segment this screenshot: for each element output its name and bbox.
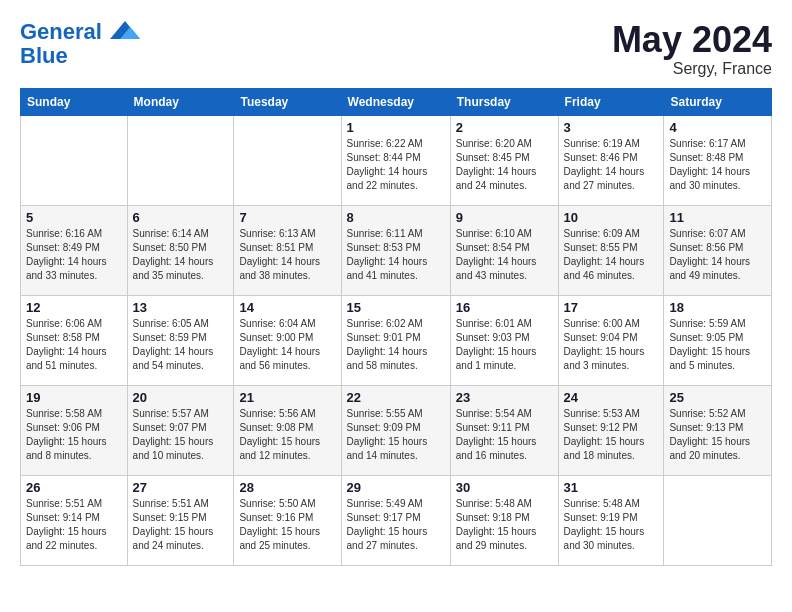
day-number: 16	[456, 300, 553, 315]
calendar-cell: 26Sunrise: 5:51 AMSunset: 9:14 PMDayligh…	[21, 475, 128, 565]
day-number: 2	[456, 120, 553, 135]
day-info: Sunrise: 6:02 AMSunset: 9:01 PMDaylight:…	[347, 317, 445, 373]
month-title: May 2024	[612, 20, 772, 60]
weekday-header-thursday: Thursday	[450, 88, 558, 115]
day-info: Sunrise: 5:59 AMSunset: 9:05 PMDaylight:…	[669, 317, 766, 373]
weekday-header-wednesday: Wednesday	[341, 88, 450, 115]
calendar-cell: 15Sunrise: 6:02 AMSunset: 9:01 PMDayligh…	[341, 295, 450, 385]
day-number: 30	[456, 480, 553, 495]
day-info: Sunrise: 6:20 AMSunset: 8:45 PMDaylight:…	[456, 137, 553, 193]
calendar-week-row: 12Sunrise: 6:06 AMSunset: 8:58 PMDayligh…	[21, 295, 772, 385]
calendar-week-row: 19Sunrise: 5:58 AMSunset: 9:06 PMDayligh…	[21, 385, 772, 475]
calendar-cell: 14Sunrise: 6:04 AMSunset: 9:00 PMDayligh…	[234, 295, 341, 385]
logo: General Blue	[20, 20, 140, 68]
day-number: 14	[239, 300, 335, 315]
logo-icon	[110, 21, 140, 39]
day-number: 25	[669, 390, 766, 405]
calendar-cell	[664, 475, 772, 565]
day-number: 22	[347, 390, 445, 405]
day-info: Sunrise: 6:10 AMSunset: 8:54 PMDaylight:…	[456, 227, 553, 283]
day-info: Sunrise: 6:11 AMSunset: 8:53 PMDaylight:…	[347, 227, 445, 283]
weekday-header-row: SundayMondayTuesdayWednesdayThursdayFrid…	[21, 88, 772, 115]
calendar-cell: 25Sunrise: 5:52 AMSunset: 9:13 PMDayligh…	[664, 385, 772, 475]
day-info: Sunrise: 6:09 AMSunset: 8:55 PMDaylight:…	[564, 227, 659, 283]
calendar-cell: 31Sunrise: 5:48 AMSunset: 9:19 PMDayligh…	[558, 475, 664, 565]
calendar-cell: 6Sunrise: 6:14 AMSunset: 8:50 PMDaylight…	[127, 205, 234, 295]
calendar-cell: 29Sunrise: 5:49 AMSunset: 9:17 PMDayligh…	[341, 475, 450, 565]
day-number: 18	[669, 300, 766, 315]
calendar-cell: 30Sunrise: 5:48 AMSunset: 9:18 PMDayligh…	[450, 475, 558, 565]
calendar-cell: 8Sunrise: 6:11 AMSunset: 8:53 PMDaylight…	[341, 205, 450, 295]
calendar-cell: 17Sunrise: 6:00 AMSunset: 9:04 PMDayligh…	[558, 295, 664, 385]
day-info: Sunrise: 5:52 AMSunset: 9:13 PMDaylight:…	[669, 407, 766, 463]
day-info: Sunrise: 6:16 AMSunset: 8:49 PMDaylight:…	[26, 227, 122, 283]
calendar-week-row: 26Sunrise: 5:51 AMSunset: 9:14 PMDayligh…	[21, 475, 772, 565]
day-info: Sunrise: 5:51 AMSunset: 9:14 PMDaylight:…	[26, 497, 122, 553]
calendar-cell: 18Sunrise: 5:59 AMSunset: 9:05 PMDayligh…	[664, 295, 772, 385]
logo-blue: Blue	[20, 43, 68, 68]
day-info: Sunrise: 5:57 AMSunset: 9:07 PMDaylight:…	[133, 407, 229, 463]
day-info: Sunrise: 5:56 AMSunset: 9:08 PMDaylight:…	[239, 407, 335, 463]
day-number: 29	[347, 480, 445, 495]
day-info: Sunrise: 6:01 AMSunset: 9:03 PMDaylight:…	[456, 317, 553, 373]
day-info: Sunrise: 5:53 AMSunset: 9:12 PMDaylight:…	[564, 407, 659, 463]
day-info: Sunrise: 6:14 AMSunset: 8:50 PMDaylight:…	[133, 227, 229, 283]
day-info: Sunrise: 5:55 AMSunset: 9:09 PMDaylight:…	[347, 407, 445, 463]
day-number: 23	[456, 390, 553, 405]
day-info: Sunrise: 5:58 AMSunset: 9:06 PMDaylight:…	[26, 407, 122, 463]
calendar-cell: 19Sunrise: 5:58 AMSunset: 9:06 PMDayligh…	[21, 385, 128, 475]
calendar-cell: 16Sunrise: 6:01 AMSunset: 9:03 PMDayligh…	[450, 295, 558, 385]
calendar-cell: 21Sunrise: 5:56 AMSunset: 9:08 PMDayligh…	[234, 385, 341, 475]
weekday-header-saturday: Saturday	[664, 88, 772, 115]
weekday-header-monday: Monday	[127, 88, 234, 115]
calendar-body: 1Sunrise: 6:22 AMSunset: 8:44 PMDaylight…	[21, 115, 772, 565]
calendar-week-row: 1Sunrise: 6:22 AMSunset: 8:44 PMDaylight…	[21, 115, 772, 205]
day-number: 20	[133, 390, 229, 405]
calendar-cell: 28Sunrise: 5:50 AMSunset: 9:16 PMDayligh…	[234, 475, 341, 565]
day-number: 21	[239, 390, 335, 405]
day-info: Sunrise: 5:50 AMSunset: 9:16 PMDaylight:…	[239, 497, 335, 553]
calendar-cell: 20Sunrise: 5:57 AMSunset: 9:07 PMDayligh…	[127, 385, 234, 475]
calendar-week-row: 5Sunrise: 6:16 AMSunset: 8:49 PMDaylight…	[21, 205, 772, 295]
weekday-header-sunday: Sunday	[21, 88, 128, 115]
day-number: 7	[239, 210, 335, 225]
day-info: Sunrise: 6:17 AMSunset: 8:48 PMDaylight:…	[669, 137, 766, 193]
page-header: General Blue May 2024 Sergy, France	[20, 20, 772, 78]
day-number: 9	[456, 210, 553, 225]
day-number: 5	[26, 210, 122, 225]
day-number: 28	[239, 480, 335, 495]
calendar-cell: 4Sunrise: 6:17 AMSunset: 8:48 PMDaylight…	[664, 115, 772, 205]
calendar-cell: 3Sunrise: 6:19 AMSunset: 8:46 PMDaylight…	[558, 115, 664, 205]
calendar-cell	[234, 115, 341, 205]
calendar-cell: 22Sunrise: 5:55 AMSunset: 9:09 PMDayligh…	[341, 385, 450, 475]
calendar-cell: 13Sunrise: 6:05 AMSunset: 8:59 PMDayligh…	[127, 295, 234, 385]
day-number: 19	[26, 390, 122, 405]
calendar-cell	[127, 115, 234, 205]
day-number: 31	[564, 480, 659, 495]
day-info: Sunrise: 5:51 AMSunset: 9:15 PMDaylight:…	[133, 497, 229, 553]
calendar-cell: 7Sunrise: 6:13 AMSunset: 8:51 PMDaylight…	[234, 205, 341, 295]
logo-text: General	[20, 20, 140, 44]
calendar-cell: 11Sunrise: 6:07 AMSunset: 8:56 PMDayligh…	[664, 205, 772, 295]
calendar-cell: 27Sunrise: 5:51 AMSunset: 9:15 PMDayligh…	[127, 475, 234, 565]
day-info: Sunrise: 5:48 AMSunset: 9:18 PMDaylight:…	[456, 497, 553, 553]
day-info: Sunrise: 5:49 AMSunset: 9:17 PMDaylight:…	[347, 497, 445, 553]
day-info: Sunrise: 6:07 AMSunset: 8:56 PMDaylight:…	[669, 227, 766, 283]
day-number: 3	[564, 120, 659, 135]
day-info: Sunrise: 5:54 AMSunset: 9:11 PMDaylight:…	[456, 407, 553, 463]
day-info: Sunrise: 6:05 AMSunset: 8:59 PMDaylight:…	[133, 317, 229, 373]
day-number: 27	[133, 480, 229, 495]
day-number: 4	[669, 120, 766, 135]
title-area: May 2024 Sergy, France	[612, 20, 772, 78]
day-number: 13	[133, 300, 229, 315]
day-info: Sunrise: 6:13 AMSunset: 8:51 PMDaylight:…	[239, 227, 335, 283]
calendar-cell: 23Sunrise: 5:54 AMSunset: 9:11 PMDayligh…	[450, 385, 558, 475]
calendar-cell: 2Sunrise: 6:20 AMSunset: 8:45 PMDaylight…	[450, 115, 558, 205]
day-info: Sunrise: 6:19 AMSunset: 8:46 PMDaylight:…	[564, 137, 659, 193]
day-number: 17	[564, 300, 659, 315]
location: Sergy, France	[612, 60, 772, 78]
day-info: Sunrise: 5:48 AMSunset: 9:19 PMDaylight:…	[564, 497, 659, 553]
weekday-header-friday: Friday	[558, 88, 664, 115]
day-number: 26	[26, 480, 122, 495]
day-number: 12	[26, 300, 122, 315]
